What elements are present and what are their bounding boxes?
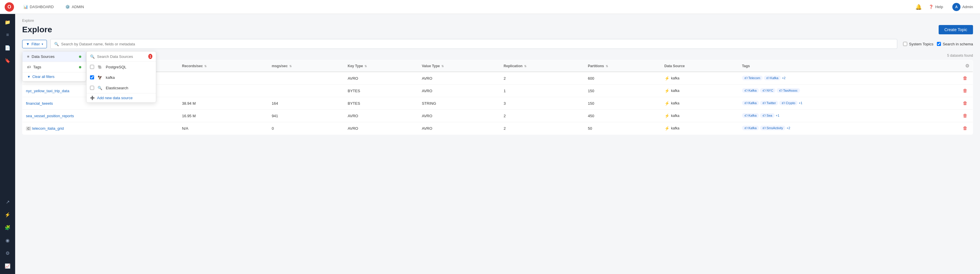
delete-topic-button[interactable]: 🗑 — [961, 125, 969, 131]
nav-admin[interactable]: ⚙️ ADMIN — [63, 3, 86, 10]
nav-dashboard[interactable]: 📊 DASHBOARD — [21, 3, 56, 10]
bell-icon[interactable]: 🔔 — [915, 4, 922, 10]
sidebar-icon-puzzle[interactable]: 🧩 — [2, 222, 13, 233]
col-value-type[interactable]: Value Type ⇅ — [418, 60, 500, 72]
kafka-checkbox[interactable] — [90, 75, 94, 79]
data-source-cell: ⚡ kafka — [661, 85, 738, 97]
col-records-per-sec[interactable]: Records/sec ⇅ — [178, 60, 268, 72]
tag-chip[interactable]: 🏷 SmsActivity — [760, 126, 785, 130]
table-header-row: Name Records/sec ⇅ msgs/sec ⇅ Key Type ⇅ — [22, 60, 973, 72]
datasources-search-input[interactable] — [97, 54, 146, 59]
delete-topic-button[interactable]: 🗑 — [961, 100, 969, 106]
tag-chip[interactable]: 🏷 Crypto — [779, 101, 797, 105]
datasources-item-kafka[interactable]: 🦅 kafka — [86, 72, 156, 82]
col-key-type[interactable]: Key Type ⇅ — [344, 60, 418, 72]
add-new-datasource-button[interactable]: ➕ Add new data source — [86, 93, 156, 102]
search-in-schema-checkbox[interactable] — [937, 42, 941, 46]
postgresql-checkbox[interactable] — [90, 65, 94, 69]
kafka-logo-icon: ⚡ — [665, 101, 670, 106]
value-type-cell: AVRO — [418, 72, 500, 85]
replication-cell: 2 — [500, 110, 584, 122]
col-replication[interactable]: Replication ⇅ — [500, 60, 584, 72]
partitions-cell: 150 — [584, 97, 661, 110]
system-topics-checkbox-label[interactable]: System Topics — [903, 42, 933, 46]
table-row: C telecom_italia_gridN/A0AVROAVRO250 ⚡ k… — [22, 122, 973, 135]
settings-icon[interactable]: ⚙ — [965, 63, 969, 68]
sidebar-icon-lightning[interactable]: ⚡ — [2, 209, 13, 220]
filter-icon: ▼ — [26, 42, 30, 46]
elasticsearch-checkbox[interactable] — [90, 86, 94, 90]
tag-chip[interactable]: 🏷 Sea — [760, 113, 775, 118]
system-topics-checkbox[interactable] — [903, 42, 907, 46]
topic-link[interactable]: nyc_yellow_taxi_trip_data — [26, 89, 69, 93]
topic-link[interactable]: financial_tweets — [26, 101, 53, 106]
col-data-source: Data Source — [661, 60, 738, 72]
tags-cell: 🏷 Kafka🏷 Twitter🏷 Crypto+1 — [738, 97, 930, 110]
tag-chip[interactable]: 🏷 Telecom — [742, 76, 763, 80]
tag-chip[interactable]: 🏷 Kafka — [742, 101, 759, 105]
tag-chip[interactable]: 🏷 Kafka — [742, 113, 759, 118]
kafka-logo-icon: ⚡ — [665, 89, 670, 93]
msgs-per-sec-cell: 0 — [268, 122, 344, 135]
tags-cell: 🏷 Kafka🏷 Sea+1 — [738, 110, 930, 122]
tag-chip[interactable]: 🏷 Kafka — [742, 88, 759, 93]
col-partitions[interactable]: Partitions ⇅ — [584, 60, 661, 72]
topic-name-cell: sea_vessel_position_reports — [22, 110, 178, 122]
user-menu[interactable]: A Admin — [950, 2, 975, 12]
sidebar-icon-sliders[interactable]: ⚙ — [2, 247, 13, 259]
col-msgs-per-sec[interactable]: msgs/sec ⇅ — [268, 60, 344, 72]
partitions-cell: 600 — [584, 72, 661, 85]
gear-icon: ⚙️ — [65, 5, 70, 9]
help-button[interactable]: ❓ Help — [926, 3, 945, 10]
filter-button[interactable]: ▼ Filter ▾ — [22, 40, 47, 48]
extra-tags: +1 — [799, 101, 803, 105]
sidebar-icon-circle[interactable]: ◉ — [2, 234, 13, 246]
tag-chip[interactable]: 🏷 Kafka — [764, 76, 781, 80]
delete-topic-button[interactable]: 🗑 — [961, 75, 969, 81]
search-box: 🔍 — [50, 39, 897, 49]
data-source-name: kafka — [671, 101, 680, 105]
value-type-cell: AVRO — [418, 110, 500, 122]
toolbar-right: System Topics Search in schema — [903, 42, 973, 46]
topic-link[interactable]: telecom_italia_grid — [32, 126, 64, 131]
breadcrumb: Explore — [22, 19, 973, 23]
data-source-name: kafka — [671, 89, 680, 93]
datasources-search-box: 🔍 1 — [86, 51, 156, 62]
top-nav: O 📊 DASHBOARD ⚙️ ADMIN 🔔 ❓ Help A Admin — [0, 0, 980, 14]
topic-badge: C — [26, 127, 31, 131]
sidebar-icon-layers[interactable]: ≡ — [2, 29, 13, 41]
avatar: A — [952, 3, 961, 11]
msgs-sort-icon: ⇅ — [289, 65, 292, 68]
delete-cell: 🗑 — [930, 122, 973, 135]
data-source-name: kafka — [671, 76, 680, 80]
sidebar: 📁 ≡ 📄 🔖 ↗ ⚡ 🧩 ◉ ⚙ 📈 — [0, 14, 15, 274]
clear-all-filters-button[interactable]: ▼ Clear all filters — [22, 73, 86, 81]
col-settings[interactable]: ⚙ — [930, 60, 973, 72]
sidebar-icon-bookmark[interactable]: 🔖 — [2, 55, 13, 67]
delete-topic-button[interactable]: 🗑 — [961, 87, 969, 94]
tag-chip[interactable]: 🏷 TaxiAssoc — [777, 88, 800, 93]
extra-tags: +1 — [776, 114, 780, 117]
datasources-item-postgresql[interactable]: 🐘 PostgreSQL — [86, 62, 156, 72]
tag-chip[interactable]: 🏷 NYC — [760, 88, 775, 93]
sidebar-icon-files[interactable]: 📁 — [2, 16, 13, 28]
search-input[interactable] — [61, 42, 894, 46]
filter-panel-data-sources[interactable]: ≡ Data Sources — [22, 51, 86, 62]
datasources-item-elasticsearch[interactable]: 🔍 Elasticsearch — [86, 82, 156, 93]
sidebar-icon-chart[interactable]: 📈 — [2, 260, 13, 272]
sidebar-icon-document[interactable]: 📄 — [2, 42, 13, 54]
delete-topic-button[interactable]: 🗑 — [961, 112, 969, 119]
topic-link[interactable]: sea_vessel_position_reports — [26, 114, 74, 118]
table-row: employee_data_feedAVROAVRO2600 ⚡ kafka 🏷… — [22, 72, 973, 85]
data-sources-active-dot — [79, 55, 81, 58]
data-source-name: kafka — [671, 114, 680, 118]
create-topic-button[interactable]: Create Topic — [939, 25, 973, 34]
filter-panel-tags[interactable]: 🏷 Tags — [22, 62, 86, 73]
replication-cell: 3 — [500, 97, 584, 110]
tag-chip[interactable]: 🏷 Twitter — [760, 101, 778, 105]
sidebar-icon-share[interactable]: ↗ — [2, 196, 13, 207]
tag-chip[interactable]: 🏷 Kafka — [742, 126, 759, 130]
extra-tags: +2 — [782, 76, 786, 80]
search-in-schema-checkbox-label[interactable]: Search in schema — [937, 42, 973, 46]
filter-panel: ≡ Data Sources 🏷 Tags ▼ Clear all filter… — [22, 51, 86, 81]
